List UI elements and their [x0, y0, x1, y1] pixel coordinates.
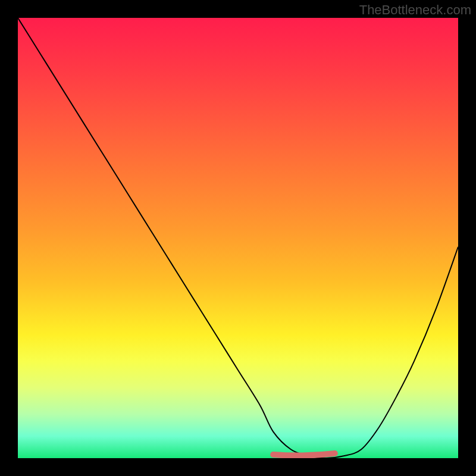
plot-svg [18, 18, 458, 458]
optimal-region-marker [273, 453, 335, 456]
plot-area [18, 18, 458, 458]
chart-container: TheBottleneck.com [0, 0, 476, 476]
bottleneck-curve [18, 18, 458, 458]
watermark-text: TheBottleneck.com [359, 2, 471, 18]
